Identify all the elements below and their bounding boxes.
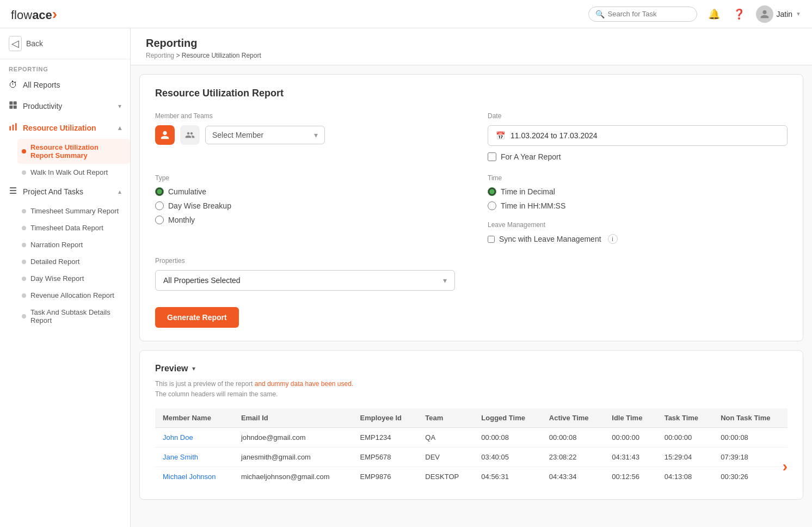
email-cell: janesmith@gmail.com (233, 448, 353, 467)
content-area: Reporting Reporting > Resource Utilizati… (131, 28, 812, 527)
sidebar-item-resource-utilization[interactable]: Resource Utilization ▴ (0, 117, 130, 139)
sync-leave-checkbox[interactable] (488, 236, 495, 243)
time-decimal-row[interactable]: Time in Decimal (488, 187, 788, 196)
info-icon[interactable]: i (608, 234, 618, 244)
sidebar-item-project-and-tasks[interactable]: Project And Tasks ▴ (0, 181, 130, 203)
preview-table: Member Name Email Id Employee Id Team Lo… (155, 408, 788, 486)
team-cell: DEV (417, 448, 473, 467)
sidebar-item-label: Project And Tasks (23, 187, 83, 196)
logged-cell: 03:40:05 (473, 448, 542, 467)
sidebar-item-walk-in-walk-out[interactable]: Walk In Walk Out Report (17, 164, 130, 181)
breadcrumb-separator: > (176, 52, 181, 59)
sidebar-item-day-wise-report[interactable]: Day Wise Report (17, 270, 130, 287)
sidebar-item-revenue-allocation[interactable]: Revenue Allocation Report (17, 287, 130, 304)
year-report-checkbox-row: For A Year Report (488, 152, 788, 161)
sidebar-item-productivity[interactable]: Productivity ▾ (0, 95, 130, 117)
member-team-row: Select Member ▾ (155, 125, 455, 145)
sidebar-item-timesheet-data[interactable]: Timesheet Data Report (17, 219, 130, 236)
sidebar-item-task-subtask-details[interactable]: Task And Subtask Details Report (17, 304, 130, 329)
sidebar-item-narration-report[interactable]: Narration Report (17, 236, 130, 253)
time-hhmmss-label: Time in HH:MM:SS (501, 201, 565, 210)
dot (22, 277, 26, 281)
col-active-time: Active Time (542, 408, 604, 428)
generate-report-button[interactable]: Generate Report (155, 307, 239, 328)
type-daywise-row[interactable]: Day Wise Breakup (155, 201, 455, 210)
back-button[interactable]: ◁ Back (0, 28, 130, 59)
sidebar-item-detailed-report[interactable]: Detailed Report (17, 253, 130, 270)
dot (22, 170, 26, 175)
member-select-dropdown[interactable]: Select Member ▾ (205, 126, 325, 144)
active-dot (22, 149, 26, 154)
member-icon-button[interactable] (155, 125, 175, 145)
svg-rect-3 (14, 106, 17, 109)
type-label: Type (155, 174, 455, 182)
task-cell: 00:00:00 (657, 428, 713, 448)
year-report-checkbox[interactable] (488, 152, 496, 161)
svg-rect-9 (10, 193, 16, 194)
form-row-properties: Properties All Properties Selected ▾ (155, 257, 788, 291)
scroll-arrow-icon: › (783, 458, 788, 475)
help-icon[interactable]: ❓ (731, 6, 747, 22)
sidebar-item-resource-utilization-report-summary[interactable]: Resource Utilization Report Summary (17, 139, 130, 164)
properties-label: Properties (155, 257, 455, 265)
col-idle-time: Idle Time (604, 408, 656, 428)
preview-arrow-icon: ▾ (192, 365, 195, 372)
sub-item-label: Day Wise Report (30, 274, 84, 283)
team-cell: QA (417, 428, 473, 448)
type-daywise-radio[interactable] (155, 201, 164, 210)
time-hhmmss-radio[interactable] (488, 201, 496, 210)
user-menu-button[interactable]: Jatin ▼ (756, 5, 801, 23)
member-name-link[interactable]: John Doe (163, 433, 193, 442)
type-monthly-radio[interactable] (155, 216, 164, 224)
type-daywise-label: Day Wise Breakup (168, 201, 231, 210)
sidebar-item-timesheet-summary[interactable]: Timesheet Summary Report (17, 203, 130, 219)
page-header: Reporting Reporting > Resource Utilizati… (131, 28, 812, 65)
idle-cell: 00:12:56 (604, 467, 656, 487)
non-task-cell: 00:00:08 (713, 428, 788, 448)
time-decimal-radio[interactable] (488, 187, 496, 196)
form-row-type-time: Type Cumulative Day Wise Breakup Monthly (155, 174, 788, 244)
col-non-task-time: Non Task Time (713, 408, 788, 428)
col-member-name: Member Name (155, 408, 233, 428)
report-form-section: Resource Utilization Report Member and T… (139, 74, 803, 341)
search-box[interactable]: 🔍 (588, 7, 697, 22)
sub-item-label: Revenue Allocation Report (30, 291, 114, 299)
leave-management-label: Leave Management (488, 221, 788, 229)
sidebar-item-label: Resource Utilization (23, 124, 96, 132)
idle-cell: 04:31:43 (604, 448, 656, 467)
date-label: Date (488, 112, 788, 120)
sub-item-label: Detailed Report (30, 258, 79, 266)
type-cumulative-radio[interactable] (155, 187, 164, 196)
team-icon-button[interactable] (180, 125, 200, 145)
date-value: 11.03.2024 to 17.03.2024 (510, 131, 598, 140)
col-team: Team (417, 408, 473, 428)
dot (22, 293, 26, 298)
breadcrumb-parent[interactable]: Reporting (146, 52, 174, 59)
leave-management-group: Leave Management Sync with Leave Managem… (488, 221, 788, 244)
date-input[interactable]: 📅 11.03.2024 to 17.03.2024 (488, 125, 788, 146)
sidebar-item-all-reports[interactable]: ⏱ All Reports (0, 75, 130, 95)
checklist-icon (9, 186, 17, 197)
main-layout: ◁ Back REPORTING ⏱ All Reports Productiv… (0, 28, 812, 527)
type-cumulative-label: Cumulative (168, 187, 206, 196)
sub-item-label: Narration Report (30, 241, 83, 249)
type-cumulative-row[interactable]: Cumulative (155, 187, 455, 196)
active-cell: 04:43:34 (542, 467, 604, 487)
type-monthly-row[interactable]: Monthly (155, 216, 455, 224)
member-teams-label: Member and Teams (155, 112, 455, 120)
search-input[interactable] (608, 10, 690, 18)
active-cell: 23:08:22 (542, 448, 604, 467)
time-hhmmss-row[interactable]: Time in HH:MM:SS (488, 201, 788, 210)
svg-rect-0 (9, 101, 13, 105)
sub-item-label: Timesheet Summary Report (30, 207, 119, 215)
member-name-link[interactable]: Jane Smith (163, 453, 198, 461)
member-name-link[interactable]: Michael Johnson (163, 473, 216, 481)
notification-bell-icon[interactable]: 🔔 (706, 6, 722, 22)
properties-dropdown[interactable]: All Properties Selected ▾ (155, 270, 455, 291)
chevron-up-icon: ▴ (118, 124, 121, 132)
type-group: Type Cumulative Day Wise Breakup Monthly (155, 174, 455, 244)
clock-icon: ⏱ (9, 80, 17, 90)
task-cell: 15:29:04 (657, 448, 713, 467)
idle-cell: 00:00:00 (604, 428, 656, 448)
chevron-down-icon: ▾ (443, 276, 447, 285)
